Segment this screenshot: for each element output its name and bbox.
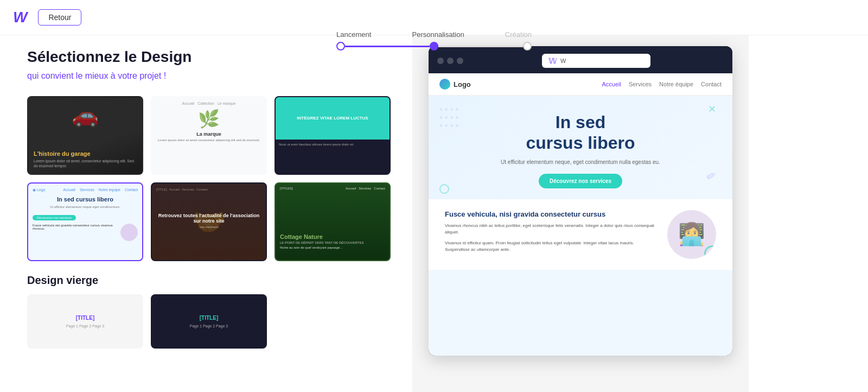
blank-grid: [TITLE] Page 1 Page 2 Page 3 [TITLE] Pag… bbox=[27, 294, 391, 349]
assoc-title: Retrouvez toutes l'actualité de l'associ… bbox=[156, 213, 261, 224]
blue-hero-title: In sed cursus libero bbox=[33, 195, 138, 203]
preview-lower-body2: Vivamus id efficitur quam. Proin feugiat… bbox=[445, 240, 656, 253]
step-line-1 bbox=[345, 46, 430, 47]
browser-address-icon: 𝕎 bbox=[548, 56, 557, 65]
page-title: Sélectionnez le Design bbox=[27, 48, 391, 66]
preview-hero-subtitle: Ut efficitur elementum neque, eget condi… bbox=[445, 159, 716, 165]
browser-address-bar[interactable]: 𝕎 W bbox=[542, 54, 650, 68]
blank-card-light[interactable]: [TITLE] Page 1 Page 2 Page 3 bbox=[27, 294, 143, 349]
teal-bottom: Nunc ut enim faucibus ultrices lorem ips… bbox=[276, 140, 390, 149]
blue-lower-img bbox=[120, 224, 138, 241]
right-panel: 𝕎 W Logo Accueil Services Notre équipe bbox=[412, 35, 749, 392]
deco-cross: ✕ bbox=[708, 103, 716, 115]
img-deco-circle bbox=[704, 245, 716, 259]
templates-grid: 🚗 L'histoire du garage Lorem ipsum dolor… bbox=[27, 96, 391, 261]
garage-body: Lorem ipsum dolor sit amet, consectetur … bbox=[34, 159, 137, 168]
browser-dot-3 bbox=[457, 58, 463, 64]
preview-logo-text: Logo bbox=[454, 80, 471, 88]
nav-link-contact[interactable]: Contact bbox=[701, 81, 722, 87]
step-line-2 bbox=[438, 46, 523, 47]
preview-lower-text: Fusce vehicula, nisi gravida consectetur… bbox=[445, 210, 656, 257]
nature-subtext: Lorem ipsum dolor sit amet consectetur a… bbox=[158, 138, 260, 143]
preview-lower: Fusce vehicula, nisi gravida consectetur… bbox=[429, 199, 732, 270]
nav-link-services[interactable]: Services bbox=[629, 81, 652, 87]
cottage-title: Cottage Nature bbox=[280, 233, 385, 240]
browser-dot-1 bbox=[437, 58, 444, 64]
preview-lower-body1: Vivamus rhoncus nibh ac tellus porttitor… bbox=[445, 223, 656, 236]
retour-button[interactable]: Retour bbox=[38, 9, 81, 26]
preview-logo-circle bbox=[439, 79, 450, 90]
assoc-sub: nos missions bbox=[156, 225, 261, 229]
logo: W bbox=[13, 9, 27, 26]
browser-address-text: W bbox=[560, 58, 566, 64]
deco-circle bbox=[439, 184, 449, 194]
header: W Retour Lancement Personnalisation Créa… bbox=[0, 0, 868, 35]
preview-nav-links: Accueil Services Notre équipe Contact bbox=[602, 81, 722, 87]
cottage-body: Niche au sein de quel verdoyant paysage.… bbox=[280, 246, 385, 249]
step-lancement-label: Lancement bbox=[336, 30, 371, 39]
nav-link-accueil[interactable]: Accueil bbox=[602, 81, 621, 87]
deco-plus: ++++ ++++ ++++ bbox=[439, 106, 458, 129]
blank-light-pages: Page 1 Page 2 Page 3 bbox=[66, 324, 104, 328]
garage-title: L'histoire du garage bbox=[34, 150, 137, 157]
nature-heading: La marque bbox=[196, 131, 221, 137]
main-layout: Sélectionnez le Design qui convient le m… bbox=[0, 35, 868, 392]
cottage-content: Cottage Nature LE POINT DE DÉPART VERS T… bbox=[280, 233, 385, 249]
step-dot-creation[interactable] bbox=[523, 42, 532, 50]
preview-lower-title: Fusce vehicula, nisi gravida consectetur… bbox=[445, 210, 656, 218]
subtitle-plain: qui convient le mieux à votre projet bbox=[27, 71, 161, 80]
blue-cta-btn: Découvrez nos services bbox=[33, 215, 76, 220]
step-dot-personnalisation[interactable] bbox=[430, 42, 438, 50]
preview-hero-title: In sed cursus libero bbox=[445, 112, 716, 154]
deco-pencil: ✏ bbox=[704, 167, 719, 185]
step-creation-label: Création bbox=[505, 30, 532, 39]
blank-dark-title: [TITLE] bbox=[200, 315, 218, 321]
stepper-labels: Lancement Personnalisation Création bbox=[336, 30, 532, 39]
left-panel: Sélectionnez le Design qui convient le m… bbox=[0, 35, 412, 392]
preview-hero-button[interactable]: Découvrez nos services bbox=[539, 174, 622, 188]
template-card-teal[interactable]: INTÉGREZ VITAE LOREM LUCTUS Nunc ut enim… bbox=[275, 96, 391, 175]
template-card-garage[interactable]: 🚗 L'histoire du garage Lorem ipsum dolor… bbox=[27, 96, 143, 175]
leaf-icon: 🌿 bbox=[198, 109, 220, 129]
preview-browser: 𝕎 W Logo Accueil Services Notre équipe bbox=[429, 46, 732, 356]
nature-nav: AccueilCollectionLe marque bbox=[182, 102, 236, 105]
nav-link-equipe[interactable]: Notre équipe bbox=[659, 81, 693, 87]
template-card-assoc[interactable]: 🤝 [TITLE]AccueilServicesContact Retrouve… bbox=[151, 182, 267, 261]
teal-block: INTÉGREZ VITAE LOREM LUCTUS bbox=[276, 97, 390, 140]
step-personnalisation-label: Personnalisation bbox=[412, 30, 464, 39]
template-card-blue-modern[interactable]: ◉ LogoAccueilServicesNotre équipeContact… bbox=[27, 182, 143, 261]
blue-sub: Ut efficitur elementum neque eget condim… bbox=[33, 205, 138, 208]
preview-nav: Logo Accueil Services Notre équipe Conta… bbox=[429, 73, 732, 96]
stepper: Lancement Personnalisation Création bbox=[320, 26, 548, 50]
preview-person-image: 👩‍💻 bbox=[667, 210, 716, 259]
template-card-cottage[interactable]: [TITLES] Accueil Services Contact Cottag… bbox=[275, 182, 391, 261]
blank-light-title: [TITLE] bbox=[76, 315, 94, 321]
step-dot-lancement[interactable] bbox=[336, 42, 345, 50]
subtitle-accent: ! bbox=[164, 71, 166, 80]
preview-hero: ++++ ++++ ++++ ✕ In sed cursus libero Ut… bbox=[429, 96, 732, 199]
template-card-nature[interactable]: AccueilCollectionLe marque 🌿 La marque L… bbox=[151, 96, 267, 175]
blue-logo-bar: ◉ LogoAccueilServicesNotre équipeContact bbox=[33, 188, 138, 192]
blank-dark-pages: Page 1 Page 2 Page 3 bbox=[190, 324, 228, 328]
preview-logo: Logo bbox=[439, 79, 471, 90]
page-subtitle: qui convient le mieux à votre projet ! bbox=[27, 71, 391, 81]
teal-hero-text: INTÉGREZ VITAE LOREM LUCTUS bbox=[297, 116, 368, 121]
blank-card-dark[interactable]: [TITLE] Page 1 Page 2 Page 3 bbox=[151, 294, 267, 349]
browser-dot-2 bbox=[447, 58, 454, 64]
blue-lower: Fusce vehicula nisi gravida consectetur … bbox=[33, 224, 138, 241]
stepper-track bbox=[336, 42, 532, 50]
car-icon: 🚗 bbox=[28, 103, 142, 128]
browser-dots bbox=[437, 58, 463, 64]
blank-section-label: Design vierge bbox=[27, 274, 391, 287]
cottage-tagline: LE POINT DE DÉPART VERS TANT DE DÉCOUVER… bbox=[280, 241, 385, 244]
cottage-nav: [TITLES] Accueil Services Contact bbox=[276, 187, 390, 190]
preview-content: Logo Accueil Services Notre équipe Conta… bbox=[429, 73, 732, 356]
person-icon: 👩‍💻 bbox=[678, 222, 705, 247]
